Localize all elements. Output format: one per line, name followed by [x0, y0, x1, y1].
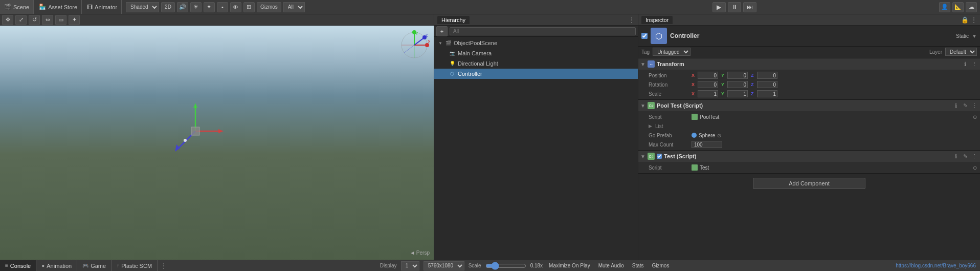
hierarchy-header: Hierarchy ⋮ — [434, 14, 638, 26]
pool-test-header[interactable]: ▼ C# Pool Test (Script) ℹ ✎ ⋮ — [638, 100, 980, 111]
go-prefab-target-icon[interactable]: ⊙ — [717, 133, 721, 138]
scene-view[interactable]: X Y Z — [0, 26, 434, 260]
gizmos-game-button[interactable]: Gizmos — [650, 263, 672, 268]
grid-icon-btn[interactable]: ⊞ — [243, 2, 255, 12]
scale-y-input[interactable] — [727, 90, 748, 97]
maximize-on-play-button[interactable]: Maximize On Play — [547, 263, 592, 268]
transform-header[interactable]: ▼ ↔ Transform ℹ ⋮ — [638, 58, 980, 70]
scale-z-label: Z — [751, 91, 756, 96]
pool-test-body: Script PoolTest ⊙ ▶ List Go P — [638, 111, 980, 150]
persp-label: ◄ Persp — [410, 250, 430, 256]
object-name[interactable]: Controller — [670, 32, 953, 39]
all-select[interactable]: All — [283, 2, 305, 12]
hidden-icon-btn[interactable]: 👁 — [230, 2, 241, 12]
transform-info-icon[interactable]: ℹ — [962, 61, 969, 68]
inspector-tab[interactable]: Inspector — [641, 16, 673, 24]
play-button[interactable]: ▶ — [712, 2, 726, 12]
svg-text:X: X — [428, 39, 430, 44]
rotation-y-field: Y — [721, 81, 748, 88]
rotation-x-input[interactable] — [698, 81, 718, 88]
test-more-icon[interactable]: ⋮ — [971, 153, 978, 160]
bottom-tab-options[interactable]: ⋮ — [158, 262, 170, 269]
audio-icon-btn[interactable]: 🔊 — [177, 2, 188, 12]
pool-test-edit-icon[interactable]: ✎ — [962, 102, 969, 109]
gizmos-scene-btn[interactable]: Gizmos — [257, 2, 281, 12]
pause-button[interactable]: ⏸ — [728, 2, 741, 12]
list-arrow-icon: ▶ — [649, 123, 652, 129]
view-mode-select[interactable]: Shaded — [126, 2, 159, 12]
test-comp-icon: C# — [648, 153, 655, 160]
hierarchy-search[interactable] — [450, 27, 636, 35]
step-button[interactable]: ⏭ — [743, 2, 756, 12]
controller-item-label: Controller — [458, 71, 482, 77]
bottom-tabs: ≡ Console ● Animation 🎮 Game ↑ Plastic S… — [0, 260, 170, 271]
plastic-scm-tab[interactable]: ↑ Plastic SCM — [112, 260, 158, 271]
scene-arrow-icon: ▼ — [438, 41, 442, 46]
scene-move2-tool[interactable]: ⤢ — [15, 15, 27, 25]
rotation-y-input[interactable] — [727, 81, 748, 88]
svg-line-12 — [404, 45, 414, 53]
test-script-target-icon[interactable]: ⊙ — [973, 165, 977, 171]
test-info-icon[interactable]: ℹ — [952, 153, 960, 160]
rot-y-label: Y — [721, 82, 726, 87]
display-select[interactable]: 1 — [401, 261, 419, 270]
pool-test-more-icon[interactable]: ⋮ — [971, 102, 978, 109]
asset-store-tab[interactable]: 🏪 Asset Store — [35, 0, 82, 14]
stats-button[interactable]: Stats — [630, 263, 646, 268]
2d-button[interactable]: 2D — [161, 2, 175, 12]
transform-more-icon[interactable]: ⋮ — [971, 61, 978, 68]
cloud-icon[interactable]: ☁ — [966, 2, 977, 12]
test-header[interactable]: ▼ C# Test (Script) ℹ ✎ ⋮ — [638, 151, 980, 162]
hierarchy-item-scene[interactable]: ▼ 🎬 ObjectPoolScene — [434, 38, 638, 48]
scale-x-input[interactable] — [698, 90, 718, 97]
scene-tab[interactable]: 🎬 Scene — [0, 0, 34, 14]
layers-icon[interactable]: 📐 — [952, 2, 964, 12]
test-script-value: Test ⊙ — [692, 164, 977, 171]
hierarchy-item-camera[interactable]: 📷 Main Camera — [434, 48, 638, 58]
add-hierarchy-btn[interactable]: + — [436, 26, 448, 36]
tag-select[interactable]: Untagged — [653, 48, 691, 56]
scene-item-label: ObjectPoolScene — [454, 40, 497, 46]
mute-audio-button[interactable]: Mute Audio — [596, 263, 626, 268]
game-tab[interactable]: 🎮 Game — [77, 260, 112, 271]
object-active-checkbox[interactable] — [641, 33, 648, 39]
test-script-label: Script — [649, 165, 689, 171]
transform-body: Position X Y Z — [638, 70, 980, 99]
inspector-lock-icon[interactable]: 🔒 — [961, 16, 969, 24]
hierarchy-item-light[interactable]: 💡 Directional Light — [434, 58, 638, 69]
animation-tab[interactable]: ● Animation — [36, 260, 77, 271]
pool-test-header-icons: ℹ ✎ ⋮ — [952, 102, 978, 109]
scene-rotate-tool[interactable]: ↺ — [29, 15, 40, 25]
url-link[interactable]: https://blog.csdn.net/Brave_boy666 — [896, 263, 980, 268]
hierarchy-item-controller[interactable]: ⬡ Controller — [434, 69, 638, 79]
asset-store-tab-label: Asset Store — [48, 4, 77, 10]
static-arrow[interactable]: ▼ — [972, 33, 977, 39]
particle-icon-btn[interactable]: • — [217, 2, 228, 12]
account-icon[interactable]: 👤 — [939, 2, 950, 12]
scene-rect-tool[interactable]: ▭ — [55, 15, 66, 25]
scale-slider[interactable] — [485, 263, 526, 269]
layer-select[interactable]: Default — [945, 48, 977, 56]
effects-icon-btn[interactable]: ✦ — [204, 2, 215, 12]
position-x-input[interactable] — [698, 72, 718, 79]
hierarchy-tab[interactable]: Hierarchy — [437, 16, 470, 24]
scene-move-tool[interactable]: ✥ — [2, 15, 13, 25]
rotation-z-input[interactable] — [757, 81, 777, 88]
inspector-options-btn[interactable]: ⋮ — [971, 16, 977, 24]
add-component-button[interactable]: Add Component — [753, 178, 865, 189]
scene-scale-tool[interactable]: ⇔ — [42, 15, 53, 25]
position-z-input[interactable] — [757, 72, 777, 79]
scale-z-input[interactable] — [757, 90, 777, 97]
console-tab[interactable]: ≡ Console — [0, 260, 36, 271]
test-edit-icon[interactable]: ✎ — [962, 153, 969, 160]
hierarchy-options-btn[interactable]: ⋮ — [629, 16, 635, 24]
light-icon-btn[interactable]: ☀ — [190, 2, 202, 12]
go-prefab-name: Sphere — [699, 133, 715, 138]
pool-test-info-icon[interactable]: ℹ — [952, 102, 960, 109]
test-active-checkbox[interactable] — [657, 154, 662, 159]
position-y-input[interactable] — [727, 72, 748, 79]
animator-tab[interactable]: 🎞 Animator — [83, 0, 122, 14]
scene-all-tool[interactable]: ✦ — [69, 15, 80, 25]
resolution-select[interactable]: 5760x1080 — [424, 261, 464, 270]
pool-script-target-icon[interactable]: ⊙ — [973, 114, 977, 120]
